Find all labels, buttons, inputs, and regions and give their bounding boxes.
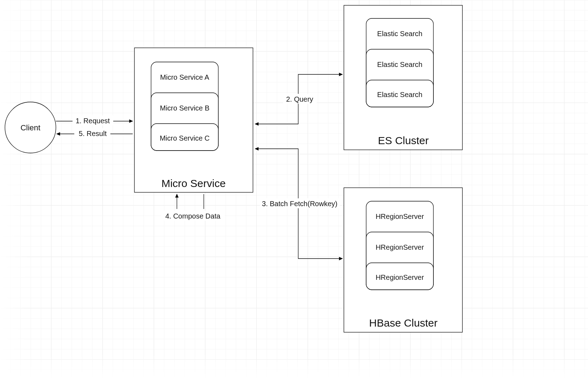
es-item-1: Elastic Search: [377, 61, 422, 68]
es-item-0: Elastic Search: [377, 30, 422, 38]
microservice-item-b: Micro Service B: [160, 104, 209, 112]
microservice-item-a: Micro Service A: [160, 73, 210, 81]
svg-rect-1: [0, 0, 28, 379]
hbase-cluster-container: HBase Cluster HRegionServer HRegionServe…: [344, 188, 462, 332]
grid: [0, 0, 588, 379]
client-node: Client: [5, 102, 56, 153]
hbase-item-1: HRegionServer: [376, 243, 424, 251]
es-cluster-container: ES Cluster Elastic Search Elastic Search…: [344, 5, 462, 150]
architecture-diagram: Client Micro Service Micro Service A Mic…: [0, 0, 588, 379]
edge-batch-fetch: 3. Batch Fetch(Rowkey): [262, 200, 337, 208]
hbase-item-2: HRegionServer: [376, 273, 424, 281]
edge-compose: 4. Compose Data: [165, 212, 221, 220]
edge-request: 1. Request: [76, 117, 110, 125]
es-cluster-title: ES Cluster: [378, 135, 428, 146]
microservice-item-c: Micro Service C: [160, 134, 209, 142]
svg-rect-0: [0, 0, 588, 379]
svg-rect-2: [0, 354, 588, 379]
edge-result: 5. Result: [79, 130, 107, 137]
edge-query: 2. Query: [286, 95, 313, 103]
microservice-title: Micro Service: [161, 177, 226, 189]
hbase-item-0: HRegionServer: [376, 213, 424, 220]
microservice-container: Micro Service Micro Service A Micro Serv…: [134, 48, 253, 192]
client-label: Client: [21, 123, 40, 132]
hbase-cluster-title: HBase Cluster: [369, 317, 437, 329]
es-item-2: Elastic Search: [377, 91, 422, 98]
